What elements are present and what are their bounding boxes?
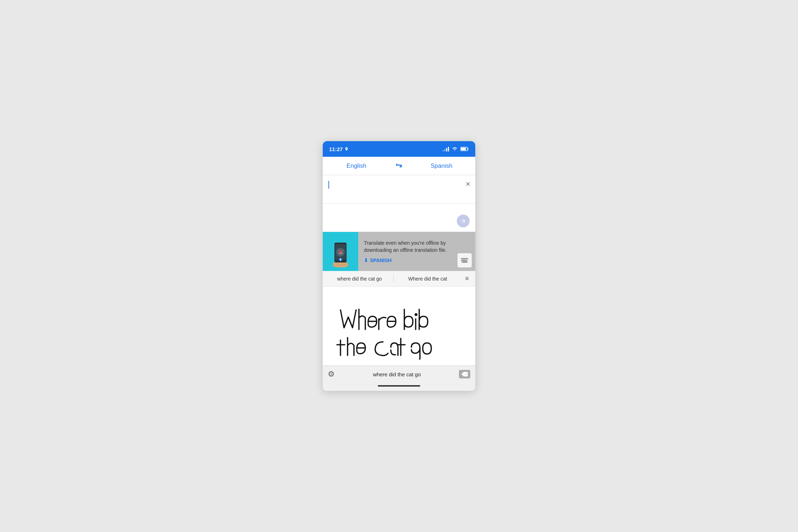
offline-banner-wrapper: ☁ Translate even when you're offline by … <box>323 232 475 271</box>
svg-rect-17 <box>467 258 468 259</box>
phone-container: 11:27 English Spanish × <box>323 141 475 391</box>
location-icon <box>344 147 349 151</box>
svg-rect-15 <box>464 258 465 259</box>
suggestion-menu-button[interactable]: ≡ <box>462 275 473 282</box>
keyboard-button[interactable] <box>458 253 472 267</box>
home-bar <box>378 385 420 387</box>
home-indicator <box>323 382 475 391</box>
backspace-button[interactable] <box>459 370 470 378</box>
svg-rect-20 <box>464 260 465 261</box>
bottom-text-input[interactable] <box>339 371 455 377</box>
wifi-icon <box>451 146 458 151</box>
target-language-button[interactable]: Spanish <box>408 157 475 174</box>
swap-languages-button[interactable] <box>390 162 408 170</box>
settings-button[interactable]: ⚙ <box>328 370 335 379</box>
bottom-bar: ⚙ <box>323 366 475 382</box>
suggestion-item-2[interactable]: Where did the cat <box>394 273 461 284</box>
offline-banner-image: ☁ <box>323 232 358 271</box>
status-time: 11:27 <box>329 146 349 152</box>
source-language-button[interactable]: English <box>323 157 390 174</box>
status-bar: 11:27 <box>323 141 475 157</box>
input-area[interactable]: × <box>323 175 475 204</box>
battery-icon <box>460 146 469 151</box>
clear-button[interactable]: × <box>466 180 470 188</box>
lang-bar: English Spanish <box>323 157 475 175</box>
svg-rect-19 <box>463 260 464 261</box>
svg-rect-18 <box>461 260 462 261</box>
translate-button[interactable] <box>457 215 470 227</box>
download-icon: ⬇ <box>364 257 368 263</box>
svg-rect-13 <box>461 258 462 259</box>
svg-rect-21 <box>466 260 467 261</box>
svg-rect-1 <box>468 148 469 150</box>
suggestion-bar: where did the cat go Where did the cat ≡ <box>323 271 475 287</box>
download-spanish-button[interactable]: ⬇ SPANISH <box>364 257 470 263</box>
download-label: SPANISH <box>370 257 392 263</box>
handwriting-canvas[interactable] <box>328 292 470 360</box>
status-icons <box>443 146 469 151</box>
offline-illustration: ☁ <box>328 235 353 267</box>
translation-output-area <box>323 204 475 232</box>
offline-message: Translate even when you're offline by do… <box>364 240 470 254</box>
signal-bars <box>443 146 449 151</box>
svg-rect-16 <box>466 258 467 259</box>
svg-rect-22 <box>462 261 467 262</box>
svg-point-23 <box>415 313 417 316</box>
offline-banner: ☁ Translate even when you're offline by … <box>323 232 475 271</box>
time-text: 11:27 <box>329 146 343 152</box>
handwriting-area[interactable] <box>323 287 475 366</box>
suggestion-item-1[interactable]: where did the cat go <box>326 273 393 284</box>
svg-rect-14 <box>463 258 464 259</box>
text-cursor <box>328 181 329 189</box>
svg-rect-2 <box>461 148 466 150</box>
